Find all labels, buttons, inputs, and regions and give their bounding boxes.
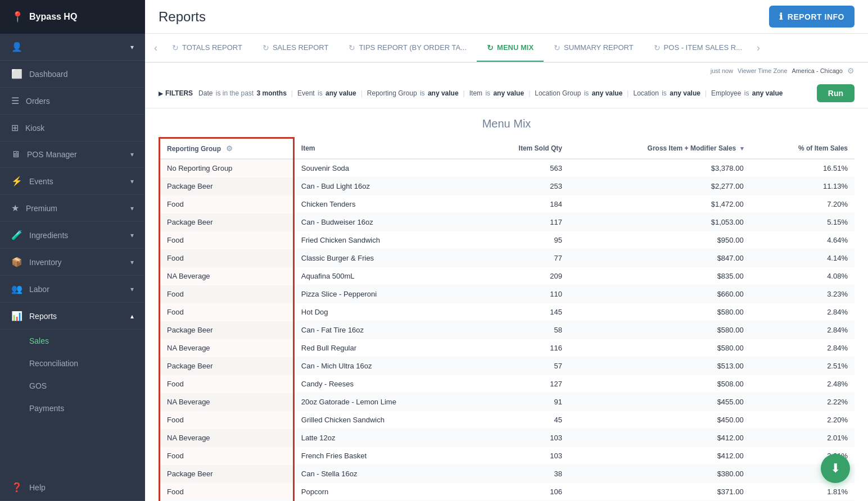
reports-chevron: ▴ <box>130 312 134 320</box>
sidebar-item-kiosk[interactable]: ⊞ Kiosk <box>0 115 145 142</box>
table-row[interactable]: Food Popcorn 106 $371.00 1.81% <box>160 483 855 501</box>
dashboard-icon: ⬜ <box>11 69 22 79</box>
cell-gross-sales: $847.00 <box>569 249 751 267</box>
col-header-item[interactable]: Item <box>293 138 474 160</box>
table-row[interactable]: Package Beer Can - Budweiser 16oz 117 $1… <box>160 213 855 231</box>
table-row[interactable]: Package Beer Can - Fat Tire 16oz 58 $580… <box>160 321 855 339</box>
table-row[interactable]: Package Beer Can - Stella 16oz 38 $380.0… <box>160 465 855 483</box>
cell-pct-sales: 7.20% <box>751 195 855 213</box>
sidebar-item-ingredients[interactable]: 🧪 Ingredients ▾ <box>0 222 145 249</box>
table-row[interactable]: Food Candy - Reeses 127 $508.00 2.48% <box>160 375 855 393</box>
cell-pct-sales: 2.20% <box>751 411 855 429</box>
table-row[interactable]: NA Beverage Red Bull Regular 116 $580.00… <box>160 339 855 357</box>
filter-location[interactable]: Location is any value <box>633 89 700 97</box>
filter-employee[interactable]: Employee is any value <box>711 89 783 97</box>
filter-event-val: any value <box>326 89 356 97</box>
sidebar-item-dashboard[interactable]: ⬜ Dashboard <box>0 61 145 88</box>
col-header-pct-sales[interactable]: % of Item Sales <box>751 138 855 160</box>
refresh-icon-pos: ↻ <box>654 43 661 52</box>
sidebar-item-labor[interactable]: 👥 Labor ▾ <box>0 276 145 303</box>
filters-label[interactable]: ▶ FILTERS <box>159 89 193 97</box>
tab-prev-button[interactable]: ‹ <box>150 42 162 54</box>
user-icon: 👤 <box>11 42 22 52</box>
pos-chevron: ▾ <box>130 151 134 158</box>
timezone-value: America - Chicago <box>792 67 843 74</box>
sidebar-sub-gos[interactable]: GOS <box>0 375 145 397</box>
filter-reporting-group[interactable]: Reporting Group is any value <box>367 89 459 97</box>
sidebar-sub-label-reconciliation: Reconciliation <box>29 359 78 368</box>
sidebar-sub-sales[interactable]: Sales <box>0 330 145 352</box>
sidebar-sub-label-payments: Payments <box>29 404 64 413</box>
tab-pos-item[interactable]: ↻ POS - ITEM SALES R... <box>644 34 752 62</box>
filter-item[interactable]: Item is any value <box>469 89 524 97</box>
premium-icon: ★ <box>11 203 19 213</box>
cell-gross-sales: $580.00 <box>569 321 751 339</box>
refresh-icon-sales: ↻ <box>263 43 269 52</box>
tab-next-button[interactable]: › <box>752 42 765 54</box>
events-chevron: ▾ <box>130 177 134 185</box>
table-row[interactable]: Food Pizza Slice - Pepperoni 110 $660.00… <box>160 285 855 303</box>
download-fab[interactable]: ⬇ <box>821 454 850 483</box>
cell-reporting-group: Food <box>160 285 294 303</box>
labor-icon: 👥 <box>11 284 22 294</box>
rg-settings-icon[interactable]: ⚙ <box>226 144 233 153</box>
inventory-chevron: ▾ <box>130 258 134 266</box>
table-row[interactable]: Food Fried Chicken Sandwich 95 $950.00 4… <box>160 231 855 249</box>
filter-rg-val: any value <box>428 89 459 97</box>
table-row[interactable]: NA Beverage 20oz Gatorade - Lemon Lime 9… <box>160 393 855 411</box>
run-button[interactable]: Run <box>817 84 855 102</box>
table-row[interactable]: NA Beverage Aquafina 500mL 209 $835.00 4… <box>160 267 855 285</box>
cell-pct-sales: 2.01% <box>751 429 855 447</box>
filter-loc-key: Location <box>633 89 658 97</box>
cell-item: French Fries Basket <box>293 447 474 465</box>
tab-sales[interactable]: ↻ SALES REPORT <box>252 34 338 62</box>
tab-totals[interactable]: ↻ TOTALS REPORT <box>162 34 252 62</box>
sidebar-item-premium[interactable]: ★ Premium ▾ <box>0 195 145 222</box>
table-row[interactable]: Food Chicken Tenders 184 $1,472.00 7.20% <box>160 195 855 213</box>
cell-sold-qty: 77 <box>474 249 569 267</box>
cell-sold-qty: 184 <box>474 195 569 213</box>
filter-date[interactable]: Date is in the past 3 months <box>198 89 287 97</box>
sidebar-item-events[interactable]: ⚡ Events ▾ <box>0 168 145 195</box>
sidebar-user[interactable]: 👤 ▾ <box>0 34 145 61</box>
cell-reporting-group: Food <box>160 195 294 213</box>
tab-tips[interactable]: ↻ TIPS REPORT (BY ORDER TA... <box>338 34 477 62</box>
settings-icon[interactable]: ⚙ <box>847 66 855 75</box>
orders-icon: ☰ <box>11 95 19 106</box>
col-header-reporting-group[interactable]: Reporting Group ⚙ <box>160 138 294 160</box>
tab-menumix[interactable]: ↻ MENU MIX <box>477 34 544 62</box>
sidebar-item-orders[interactable]: ☰ Orders <box>0 88 145 115</box>
table-row[interactable]: Food French Fries Basket 103 $412.00 2.0… <box>160 447 855 465</box>
tab-summary[interactable]: ↻ SUMMARY REPORT <box>544 34 644 62</box>
table-row[interactable]: Food Classic Burger & Fries 77 $847.00 4… <box>160 249 855 267</box>
table-row[interactable]: Food Grilled Chicken Sandwich 45 $450.00… <box>160 411 855 429</box>
filter-sep-3: | <box>463 89 465 97</box>
sidebar-item-reports[interactable]: 📊 Reports ▴ <box>0 303 145 330</box>
sidebar-item-inventory[interactable]: 📦 Inventory ▾ <box>0 249 145 276</box>
col-header-gross-sales[interactable]: Gross Item + Modifier Sales ▾ <box>569 138 751 160</box>
sidebar-sub-payments[interactable]: Payments <box>0 397 145 420</box>
table-row[interactable]: No Reporting Group Souvenir Soda 563 $3,… <box>160 159 855 177</box>
table-row[interactable]: Package Beer Can - Mich Ultra 16oz 57 $5… <box>160 357 855 375</box>
cell-pct-sales: 4.08% <box>751 267 855 285</box>
filter-event[interactable]: Event is any value <box>297 89 356 97</box>
cell-item: Candy - Reeses <box>293 375 474 393</box>
filter-lg-val: any value <box>592 89 623 97</box>
refresh-icon-tips: ↻ <box>349 43 355 52</box>
table-row[interactable]: Package Beer Can - Bud Light 16oz 253 $2… <box>160 177 855 195</box>
table-area: Menu Mix Reporting Group ⚙ Item Item Sol… <box>145 108 868 501</box>
menu-mix-table: Reporting Group ⚙ Item Item Sold Qty Gro… <box>159 137 855 501</box>
sidebar-item-pos-manager[interactable]: 🖥 POS Manager ▾ <box>0 142 145 168</box>
sidebar-sub-reconciliation[interactable]: Reconciliation <box>0 352 145 375</box>
sidebar-item-help[interactable]: ❓ Help <box>0 474 145 501</box>
report-info-button[interactable]: ℹ REPORT INFO <box>769 6 855 28</box>
sidebar-sub-label-sales: Sales <box>29 336 49 345</box>
table-row[interactable]: Food Hot Dog 145 $580.00 2.84% <box>160 303 855 321</box>
col-label-item: Item <box>301 144 315 152</box>
timezone-label[interactable]: Viewer Time Zone <box>738 67 787 74</box>
tab-label-summary: SUMMARY REPORT <box>564 43 634 52</box>
table-row[interactable]: NA Beverage Latte 12oz 103 $412.00 2.01% <box>160 429 855 447</box>
filter-location-group[interactable]: Location Group is any value <box>535 89 622 97</box>
col-header-sold-qty[interactable]: Item Sold Qty <box>474 138 569 160</box>
sidebar-label-labor: Labor <box>29 285 49 294</box>
